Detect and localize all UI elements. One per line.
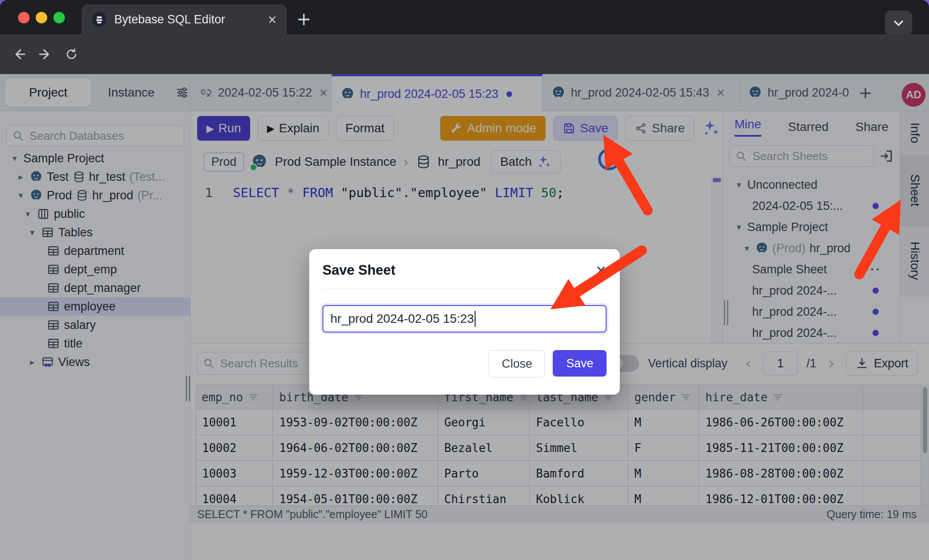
screenshot-root: Bytebase SQL Editor × + localhost:8080/s…	[0, 0, 929, 560]
browser-tab[interactable]: Bytebase SQL Editor ×	[82, 4, 287, 34]
tab-search-chevron-button[interactable]	[885, 11, 912, 35]
dialog-title: Save Sheet	[322, 262, 395, 278]
dialog-header: Save Sheet ✕	[322, 262, 607, 278]
new-tab-button[interactable]: +	[296, 9, 311, 29]
dialog-divider	[322, 288, 607, 288]
window-minimize-button[interactable]	[36, 12, 47, 23]
browser-tab-strip: Bytebase SQL Editor × +	[0, 0, 929, 34]
window-zoom-button[interactable]	[53, 12, 65, 23]
text-cursor	[475, 311, 476, 327]
bytebase-app: Project Instance 2024-02-05 15:22 × hr_p…	[0, 74, 929, 560]
sheet-name-value: hr_prod 2024-02-05 15:23	[330, 312, 474, 326]
browser-toolbar: localhost:8080/sql-editor/prod-sample-in…	[0, 34, 929, 74]
browser-tab-title: Bytebase SQL Editor	[114, 13, 260, 26]
forward-icon[interactable]	[38, 47, 53, 62]
save-sheet-dialog: Save Sheet ✕ hr_prod 2024-02-05 15:23 Cl…	[309, 249, 620, 395]
bytebase-favicon	[91, 11, 107, 27]
dialog-save-button[interactable]: Save	[553, 350, 607, 377]
dialog-buttons: Close Save	[322, 350, 607, 377]
tab-close-icon[interactable]: ×	[267, 13, 277, 26]
chevron-down-icon	[891, 15, 906, 30]
window-close-button[interactable]	[18, 12, 30, 23]
back-icon[interactable]	[11, 47, 26, 62]
sheet-name-input[interactable]: hr_prod 2024-02-05 15:23	[322, 305, 607, 332]
dialog-close-button[interactable]: Close	[489, 350, 545, 377]
reload-icon[interactable]	[64, 47, 79, 61]
close-icon[interactable]: ✕	[596, 263, 607, 278]
